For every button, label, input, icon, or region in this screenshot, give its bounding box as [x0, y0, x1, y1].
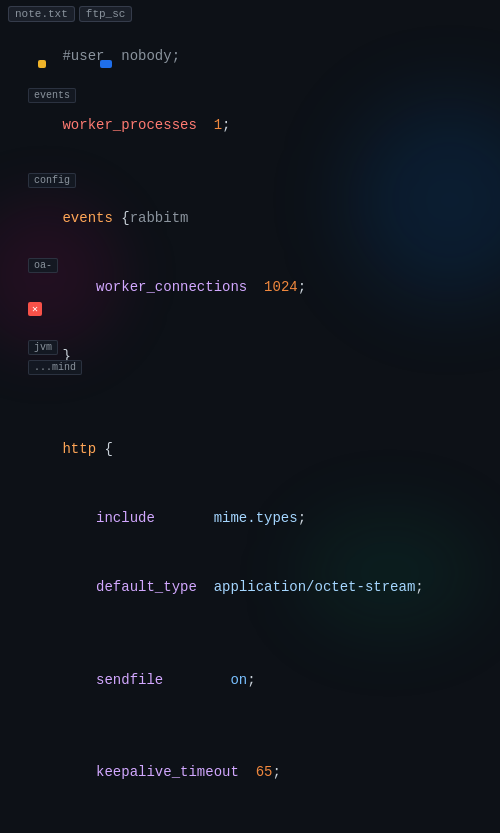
- context-label-config: config: [28, 173, 76, 188]
- file-tab-note[interactable]: note.txt: [8, 6, 75, 22]
- file-tabs: note.txt ftp_sc: [0, 6, 500, 22]
- context-label-mind: ...mind: [28, 360, 82, 375]
- code-line-1: #user nobody;: [0, 22, 500, 91]
- code-line-5: worker_connections 1024;: [0, 253, 500, 322]
- code-line-8: http {: [0, 415, 500, 484]
- code-line-blank-4: [0, 715, 500, 738]
- code-content[interactable]: #user nobody; worker_processes 1; events…: [0, 0, 500, 833]
- error-icon: ✕: [28, 302, 42, 316]
- code-line-blank-5: [0, 807, 500, 830]
- context-label-jvm: jvm: [28, 340, 58, 355]
- code-line-14: keepalive_timeout 65;: [0, 738, 500, 807]
- context-label-oa: oa-: [28, 258, 58, 273]
- code-line-9: include mime.types;: [0, 484, 500, 553]
- code-line-blank-3: [0, 622, 500, 645]
- code-line-4: events {rabbitm: [0, 184, 500, 253]
- code-line-blank-2: [0, 392, 500, 415]
- file-tab-ftp[interactable]: ftp_sc: [79, 6, 133, 22]
- code-line-10: default_type application/octet-stream;: [0, 553, 500, 622]
- code-line-6: }: [0, 322, 500, 391]
- context-label-events: events: [28, 88, 76, 103]
- editor-container: note.txt ftp_sc events config oa- jvm ..…: [0, 0, 500, 833]
- code-line-12: sendfile on;: [0, 646, 500, 715]
